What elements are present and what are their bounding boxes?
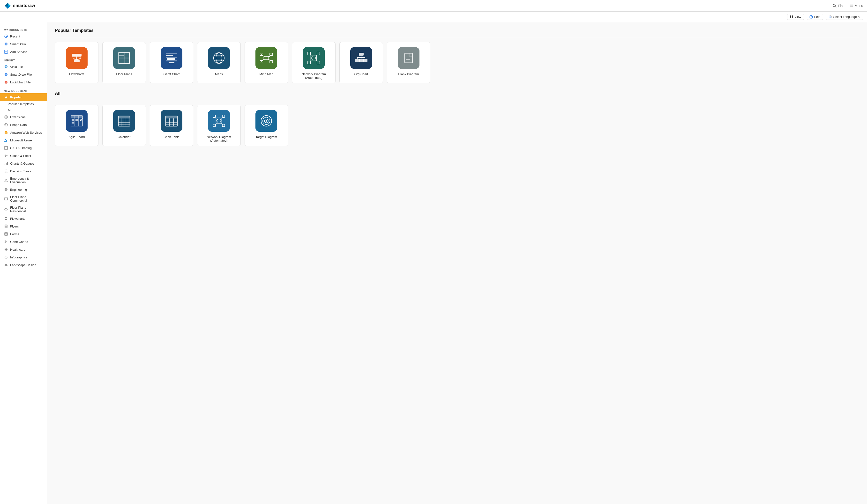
svg-line-52 [5,171,6,172]
smartdraw-file-icon [4,72,8,77]
sidebar-item-floor-commercial[interactable]: Floor Plans - Commercial [0,193,47,204]
template-card-target[interactable]: Target Diagram [245,105,288,146]
svg-rect-21 [6,44,7,45]
sidebar-item-shape-data-label: Shape Data [10,123,27,127]
floor-residential-icon [4,207,8,211]
svg-rect-30 [6,75,7,75]
network-auto-template-label: Network Diagram (Automated) [201,135,237,142]
sidebar-item-aws[interactable]: Amazon Web Services [0,129,47,136]
svg-marker-4 [8,6,11,9]
template-card-calendar[interactable]: Calendar [102,105,146,146]
sidebar-item-cad[interactable]: CAD & Drafting [0,144,47,152]
search-button[interactable]: Find [833,4,845,8]
sidebar-item-floor-residential[interactable]: Floor Plans - Residential [0,204,47,215]
sidebar-item-forms[interactable]: Forms [0,230,47,238]
sidebar-item-cause-effect[interactable]: Cause & Effect [0,152,47,160]
svg-rect-13 [792,17,793,18]
svg-rect-94 [166,57,177,58]
template-card-floor-plans[interactable]: Floor Plans [102,42,146,83]
healthcare-icon [4,247,8,252]
svg-text:i: i [6,256,6,258]
sidebar-item-infographics[interactable]: i Infographics [0,253,47,261]
svg-point-58 [6,181,6,182]
sidebar-item-visio[interactable]: Visio File [0,63,47,70]
sidebar-item-azure-label: Microsoft Azure [10,139,32,142]
svg-rect-159 [222,124,225,127]
template-card-gantt[interactable]: Gantt Chart [150,42,193,83]
svg-rect-97 [169,62,174,63]
gantt-template-icon [161,47,182,69]
orgchart-template-label: Org Chart [354,72,368,76]
svg-rect-115 [308,61,311,64]
sidebar-item-azure[interactable]: Microsoft Azure [0,136,47,144]
svg-rect-11 [792,15,793,17]
sidebar-item-all[interactable]: All [0,107,47,113]
extensions-icon [4,115,8,119]
sidebar-item-extensions[interactable]: Extensions [0,113,47,121]
hamburger-icon [849,4,853,8]
help-icon: ? [810,15,813,19]
sidebar-item-landscape[interactable]: Landscape Design [0,261,47,269]
template-card-blank[interactable]: Blank Diagram [387,42,430,83]
sidebar-item-shape-data[interactable]: $ Shape Data [0,121,47,129]
sidebar-item-flowcharts[interactable]: Flowcharts [0,215,47,222]
template-card-mindmap[interactable]: Mind Map [245,42,288,83]
cause-effect-icon [4,153,8,158]
svg-marker-34 [4,96,8,99]
recent-icon [4,34,8,39]
sidebar-item-smartdraw-file[interactable]: SmartDraw File [0,70,47,78]
sidebar-item-gantt[interactable]: Gantt Charts [0,238,47,245]
cad-icon [4,146,8,150]
template-card-network-auto[interactable]: Network Diagram (Automated) [197,105,241,146]
sidebar-item-flyers[interactable]: Flyers [0,222,47,230]
sidebar-item-decision-trees[interactable]: Decision Trees [0,167,47,175]
svg-rect-158 [213,124,215,127]
sidebar-item-smartdraw[interactable]: SmartDraw [0,40,47,48]
sidebar-item-charts-gauges-label: Charts & Gauges [10,162,34,165]
aws-icon [4,130,8,135]
template-card-agile[interactable]: Agile Board [55,105,98,146]
sidebar-item-healthcare[interactable]: Healthcare [0,245,47,253]
agile-template-label: Agile Board [68,135,85,139]
svg-marker-3 [5,6,8,9]
charts-gauges-icon [4,161,8,166]
view-button[interactable]: View [787,14,804,20]
language-button[interactable]: G Select Language [826,14,863,20]
target-template-label: Target Diagram [256,135,277,139]
smartdraw-cloud-icon [4,42,8,46]
maps-template-icon [208,47,230,69]
sidebar-item-add-service[interactable]: Add Service [0,48,47,56]
template-card-flowcharts[interactable]: Flowcharts [55,42,98,83]
sidebar-item-lucidchart[interactable]: Lucidchart File [0,78,47,86]
template-card-charttable[interactable]: Chart Table [150,105,193,146]
sidebar-item-popular[interactable]: Popular [0,93,47,101]
language-label: Select Language [833,15,857,19]
maps-template-label: Maps [215,72,223,76]
search-label: Find [838,4,845,8]
menu-button[interactable]: Menu [849,4,863,8]
forms-icon [4,232,8,236]
sidebar-item-emergency[interactable]: Emergency & Evacuation [0,175,47,186]
content-area: Popular Templates Flowcharts Floor Plans [47,22,867,504]
sidebar-item-lucidchart-label: Lucidchart File [10,80,31,84]
sidebar-item-engineering[interactable]: Engineering [0,186,47,193]
svg-rect-33 [6,82,7,83]
sidebar-item-recent[interactable]: Recent [0,32,47,40]
template-card-network[interactable]: Network Diagram (Automated) [292,42,335,83]
svg-point-36 [6,117,7,118]
svg-point-84 [5,264,7,265]
help-button[interactable]: ? Help [807,14,823,20]
svg-rect-138 [72,122,74,123]
sidebar-item-engineering-label: Engineering [10,188,27,191]
menu-label: Menu [855,4,863,8]
svg-line-104 [261,54,264,57]
sidebar-item-charts-gauges[interactable]: Charts & Gauges [0,160,47,167]
template-card-orgchart[interactable]: Org Chart [339,42,383,83]
help-label: Help [814,15,821,19]
svg-point-5 [833,4,835,7]
template-card-maps[interactable]: Maps [197,42,241,83]
svg-line-105 [269,54,271,57]
sidebar-item-popular-templates[interactable]: Popular Templates [0,101,47,107]
popular-star-icon [4,95,8,99]
sidebar-item-add-service-label: Add Service [10,50,27,54]
